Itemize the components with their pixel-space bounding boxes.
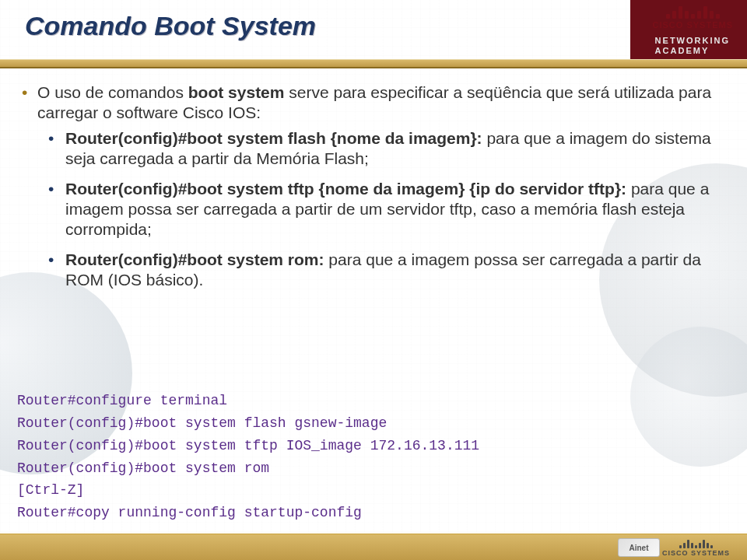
- term-line-6: Router#copy running-config startup-confi…: [17, 502, 730, 524]
- term-line-5: [Ctrl-Z]: [17, 479, 730, 502]
- page-title: Comando Boot System: [25, 11, 316, 41]
- header-accent-bar: [0, 59, 747, 68]
- academy-line-2: ACADEMY: [655, 46, 730, 56]
- item-rom: Router(config)#boot system rom: para que…: [36, 250, 725, 289]
- item-tftp: Router(config)#boot system tftp {nome da…: [36, 179, 725, 239]
- term-line-4: Router(config)#boot system rom: [17, 457, 730, 480]
- item-tftp-cmd: Router(config)#boot system tftp {nome da…: [65, 180, 626, 198]
- footer-cisco-bridge-icon: [662, 540, 730, 548]
- footer-cisco-logo: CISCO SYSTEMS: [662, 540, 730, 557]
- term-line-1: Router#configure terminal: [17, 390, 730, 412]
- item-rom-cmd: Router(config)#boot system rom:: [65, 250, 324, 268]
- cisco-brand-text: CISCO SYSTEMS: [653, 20, 733, 30]
- item-flash-cmd: Router(config)#boot system flash {nome d…: [65, 129, 482, 147]
- term-line-3: Router(config)#boot system tftp IOS_imag…: [17, 435, 730, 457]
- term-line-2: Router(config)#boot system flash gsnew-i…: [17, 412, 730, 435]
- slide: CISCO SYSTEMS NETWORKING ACADEMY Comando…: [0, 0, 747, 560]
- item-flash: Router(config)#boot system flash {nome d…: [36, 128, 725, 168]
- ainet-label: Ainet: [630, 544, 649, 552]
- cisco-logo: CISCO SYSTEMS: [653, 6, 733, 30]
- ainet-logo: Ainet: [618, 538, 660, 557]
- academy-line-1: NETWORKING: [655, 36, 730, 46]
- intro-bullet: O uso de comandos boot system serve para…: [22, 82, 725, 122]
- networking-academy-label: NETWORKING ACADEMY: [655, 36, 730, 56]
- intro-text-pre: O uso de comandos: [37, 83, 188, 101]
- footer-cisco-text: CISCO SYSTEMS: [662, 549, 730, 557]
- terminal-output: Router#configure terminal Router(config)…: [17, 390, 730, 524]
- content-area: O uso de comandos boot system serve para…: [22, 82, 725, 300]
- cisco-bridge-icon: [661, 6, 724, 19]
- intro-text-bold: boot system: [188, 83, 285, 101]
